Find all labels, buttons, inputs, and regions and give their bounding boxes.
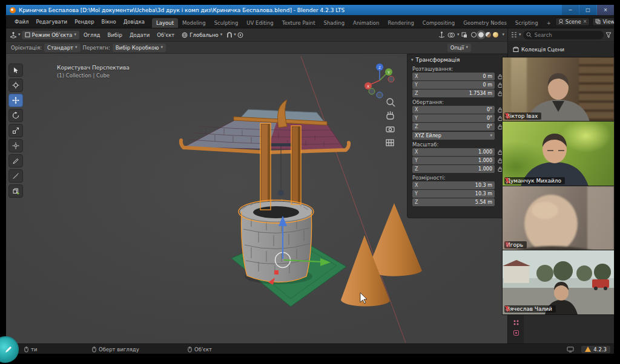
video-tile[interactable]: Игорь (503, 186, 614, 250)
scene-selector[interactable]: Scene × (555, 18, 590, 26)
menu-add[interactable]: Додати (127, 28, 153, 42)
viewlayer-selector[interactable]: ViewLayer × (592, 18, 614, 26)
menu-select[interactable]: Вибір (105, 28, 125, 42)
snap-dropdown-icon[interactable]: ▾ (234, 33, 236, 37)
options-dropdown[interactable]: Опції ▾ (447, 44, 471, 52)
unlink-scene-button[interactable]: × (583, 19, 587, 24)
viewport-3d[interactable]: Z Y X Користувач Перспектива (1) Collect… (6, 54, 507, 343)
outliner-search[interactable] (523, 31, 604, 39)
outliner-editor-dropdown-icon[interactable]: ▾ (519, 33, 521, 37)
status-hint-truncated: ти (24, 344, 37, 354)
tab-sculpting[interactable]: Sculpting (210, 18, 243, 28)
rotation-x-field[interactable]: X0° (412, 106, 495, 114)
menu-object[interactable]: Об'єкт (154, 28, 177, 42)
mic-muted-icon (504, 305, 510, 312)
menu-edit[interactable]: Редагувати (32, 15, 71, 28)
tool-scale-button[interactable] (8, 124, 23, 137)
tab-compositing[interactable]: Compositing (418, 18, 459, 28)
shading-material-icon[interactable] (486, 32, 491, 37)
tool-rotate-button[interactable] (8, 109, 23, 122)
properties-tab-icon[interactable] (513, 330, 519, 336)
menu-file[interactable]: Файл (11, 15, 32, 28)
rotation-mode-dropdown[interactable]: XYZ Ейлер▾ (412, 132, 495, 140)
transform-orientation-selector[interactable]: Глобально ▾ (179, 31, 225, 39)
filter-funnel-icon[interactable] (605, 32, 612, 38)
scale-x-field[interactable]: X1.000 (412, 148, 495, 156)
mic-muted-icon (504, 177, 510, 184)
maximize-button[interactable]: □ (579, 5, 596, 15)
add-workspace-button[interactable]: + (542, 18, 555, 28)
orientation-setting-selector[interactable]: Стандарт ▾ (44, 44, 81, 52)
location-y-field[interactable]: Y0 m (412, 81, 495, 89)
scale-z-field[interactable]: Z1.000 (412, 165, 495, 173)
active-object-breadcrumb: (1) Collection | Cube (57, 73, 110, 79)
tab-scripting[interactable]: Scripting (511, 18, 542, 28)
tool-measure-button[interactable] (8, 169, 23, 183)
navigation-gizmo[interactable]: Z Y X (364, 63, 394, 98)
video-tile[interactable]: Вячеслав Чалий (503, 250, 614, 314)
tab-geometry-nodes[interactable]: Geometry Nodes (459, 18, 511, 28)
outliner-scene-collection-row[interactable]: Колекція Сцени (507, 42, 614, 57)
close-button[interactable]: × (597, 5, 614, 15)
tab-animation[interactable]: Animation (349, 18, 383, 28)
dimensions-x-field[interactable]: X10.3 m (412, 181, 495, 189)
gizmo-x-handle[interactable] (274, 270, 279, 275)
zoom-icon[interactable] (387, 99, 395, 106)
orientation-setting-label: Орієнтація: (11, 45, 42, 51)
properties-tab-icon[interactable] (513, 319, 519, 326)
editor-type-3d-viewport-icon[interactable] (10, 31, 17, 39)
nav-x-neg-ball[interactable] (388, 76, 394, 82)
location-x-field[interactable]: X0 m (412, 73, 495, 80)
search-input[interactable] (533, 31, 601, 39)
menu-render[interactable]: Рендер (71, 15, 97, 28)
camera-view-icon[interactable] (386, 127, 394, 132)
rotation-y-field[interactable]: Y0° (412, 114, 495, 122)
menu-help[interactable]: Довідка (120, 15, 148, 28)
nav-z-neg-ball[interactable] (377, 92, 383, 98)
participant-name-badge: Вячеслав Чалий (504, 305, 556, 313)
shading-rendered-icon[interactable] (493, 32, 498, 37)
nav-y-neg-ball[interactable] (369, 88, 375, 94)
proportional-edit-icon[interactable] (237, 32, 243, 38)
tab-modeling[interactable]: Modeling (178, 18, 210, 28)
tab-shading[interactable]: Shading (320, 18, 349, 28)
mode-selector[interactable]: Режим Об'єкта ▾ (22, 31, 79, 39)
video-tile[interactable]: Думанчук Михайло (503, 122, 614, 186)
scale-y-field[interactable]: Y1.000 (412, 157, 495, 164)
tab-rendering[interactable]: Rendering (383, 18, 418, 28)
xray-toggle-icon[interactable] (461, 32, 467, 38)
orthographic-grid-icon[interactable] (386, 140, 394, 146)
menu-view[interactable]: Огляд (81, 28, 104, 42)
location-z-field[interactable]: Z1.7534 m (412, 89, 495, 97)
gizmo-toggle-icon[interactable] (438, 31, 445, 38)
transform-panel-header[interactable]: ▾ Трансформація (407, 54, 507, 65)
system-icon[interactable] (567, 344, 574, 354)
menu-window[interactable]: Вікно (98, 15, 120, 28)
overlays-icon[interactable] (447, 32, 455, 38)
tab-layout[interactable]: Layout (152, 18, 178, 28)
drag-setting-dropdown-icon: ▾ (160, 45, 163, 50)
tab-uv-editing[interactable]: UV Editing (242, 18, 277, 28)
shading-solid-icon[interactable] (478, 32, 484, 37)
tool-add-primitive-button[interactable] (8, 184, 23, 198)
dimensions-y-field[interactable]: Y10.3 m (412, 190, 495, 198)
window-titlebar[interactable]: Криничка Беспалова [D:\Мої документи\Uch… (6, 5, 614, 15)
tool-annotate-button[interactable] (8, 154, 23, 167)
overlays-dropdown-icon[interactable]: ▾ (457, 33, 460, 37)
rotation-z-field[interactable]: Z0° (412, 123, 495, 131)
dimensions-z-field[interactable]: Z5.54 m (412, 198, 495, 206)
editor-type-outliner-icon[interactable] (510, 31, 517, 38)
tool-transform-button[interactable] (8, 139, 23, 152)
tool-select-box-button[interactable] (8, 63, 23, 77)
shading-dropdown-icon[interactable]: ▾ (502, 33, 504, 37)
editor-type-dropdown-icon[interactable]: ▾ (18, 33, 21, 37)
video-tile[interactable]: Віктор Івах (503, 57, 614, 122)
snap-magnet-icon[interactable] (226, 32, 232, 38)
pan-hand-icon[interactable] (387, 111, 394, 119)
tool-move-button[interactable] (8, 94, 23, 107)
tool-cursor-button[interactable] (8, 79, 23, 92)
minimize-button[interactable]: ─ (562, 5, 579, 15)
drag-setting-selector[interactable]: Вибір Коробкою ▾ (113, 44, 166, 52)
shading-wireframe-icon[interactable] (471, 32, 477, 37)
tab-texture-paint[interactable]: Texture Paint (278, 18, 320, 28)
